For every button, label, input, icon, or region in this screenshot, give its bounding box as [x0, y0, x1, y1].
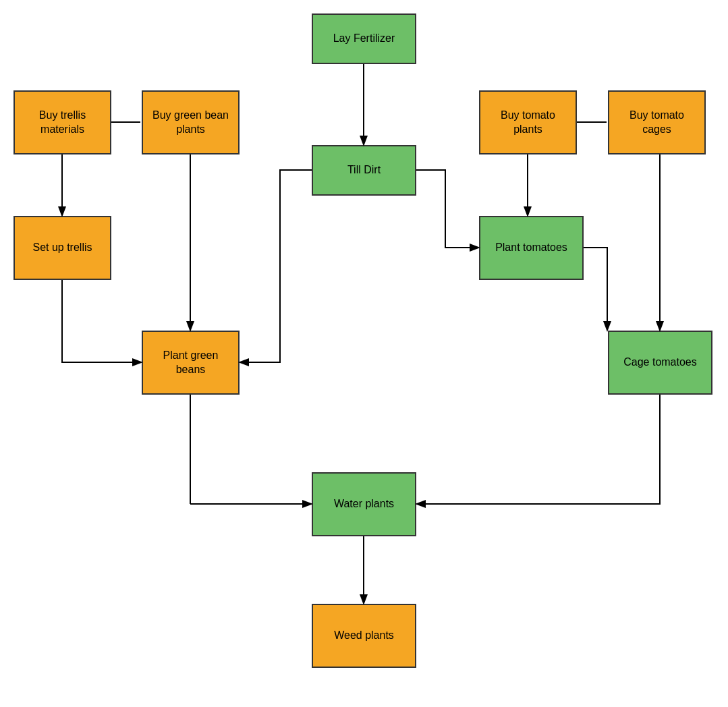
node-buy-trellis[interactable]: Buy trellis materials	[13, 90, 111, 154]
node-plant-green-beans[interactable]: Plant green beans	[142, 331, 240, 395]
node-set-up-trellis[interactable]: Set up trellis	[13, 216, 111, 280]
node-cage-tomatoes[interactable]: Cage tomatoes	[608, 331, 712, 395]
node-buy-tomato-cages[interactable]: Buy tomato cages	[608, 90, 706, 154]
node-lay-fertilizer[interactable]: Lay Fertilizer	[312, 13, 416, 64]
node-plant-tomatoes[interactable]: Plant tomatoes	[479, 216, 584, 280]
node-buy-tomato-plants[interactable]: Buy tomato plants	[479, 90, 577, 154]
node-buy-green-bean[interactable]: Buy green bean plants	[142, 90, 240, 154]
flowchart: Lay Fertilizer Till Dirt Buy trellis mat…	[0, 0, 728, 707]
node-weed-plants[interactable]: Weed plants	[312, 604, 416, 668]
node-water-plants[interactable]: Water plants	[312, 472, 416, 536]
node-till-dirt[interactable]: Till Dirt	[312, 145, 416, 196]
